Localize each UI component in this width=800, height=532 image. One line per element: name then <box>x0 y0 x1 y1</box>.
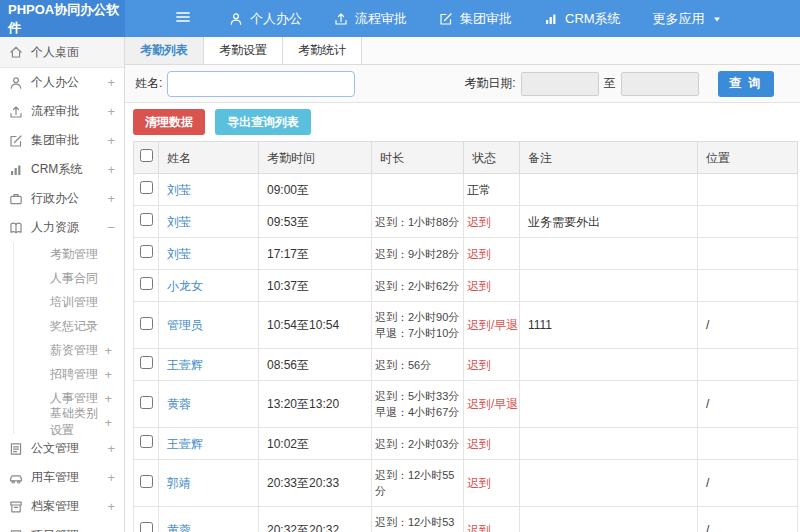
doc-icon <box>9 442 23 456</box>
table-row: 管理员 10:54至10:54 迟到：2小时90分 早退：7小时10分 迟到/早… <box>134 302 798 349</box>
expand-toggle-icon: + <box>107 75 115 90</box>
briefcase-icon <box>9 192 23 206</box>
status-cell: 迟到 <box>464 507 520 532</box>
clear-data-button[interactable]: 清理数据 <box>133 109 205 135</box>
sidebar-item[interactable]: 个人办公 + <box>0 68 124 97</box>
row-checkbox[interactable] <box>140 181 153 194</box>
employee-name-link[interactable]: 黄蓉 <box>167 397 191 411</box>
sidebar-item[interactable]: 行政办公 + <box>0 184 124 213</box>
sidebar-subitem[interactable]: 人事合同 <box>14 266 124 290</box>
chart-icon <box>544 12 558 26</box>
row-checkbox[interactable] <box>140 356 153 369</box>
sidebar-item[interactable]: 集团审批 + <box>0 126 124 155</box>
attendance-time-cell: 20:32至20:32 <box>259 507 372 532</box>
sidebar-subitem-label: 培训管理 <box>50 294 98 311</box>
sidebar-subitem[interactable]: 基础类别设置 + <box>14 410 124 434</box>
tab-bar: 考勤列表 考勤设置 考勤统计 <box>125 37 800 65</box>
sidebar-item[interactable]: 流程审批 + <box>0 97 124 126</box>
note-cell <box>520 381 698 428</box>
position-cell <box>698 270 798 302</box>
row-select-cell <box>134 507 159 532</box>
edit-icon <box>9 134 23 148</box>
top-nav-item[interactable]: 个人办公 <box>213 0 318 37</box>
row-checkbox[interactable] <box>140 435 153 448</box>
filter-bar: 姓名: 考勤日期: 至 查 询 <box>125 65 800 103</box>
employee-name-link[interactable]: 郭靖 <box>167 476 191 490</box>
employee-name-link[interactable]: 管理员 <box>167 318 203 332</box>
employee-name-link[interactable]: 王壹辉 <box>167 358 203 372</box>
position-cell: / <box>698 302 798 349</box>
duration-cell: 迟到：2小时03分 <box>372 428 464 460</box>
select-all-cell <box>134 142 159 174</box>
row-checkbox[interactable] <box>140 245 153 258</box>
sidebar-menu-bottom: 公文管理 + 用车管理 + 档案管理 + 项目管理 + <box>0 434 124 532</box>
employee-name-link[interactable]: 黄蓉 <box>167 523 191 532</box>
date-to-input[interactable] <box>621 72 699 96</box>
column-header: 位置 <box>698 142 798 174</box>
row-checkbox[interactable] <box>140 522 153 532</box>
expand-toggle-icon: + <box>107 191 115 206</box>
row-checkbox[interactable] <box>140 317 153 330</box>
top-nav-label: 流程审批 <box>355 10 407 28</box>
employee-name-link[interactable]: 刘莹 <box>167 183 191 197</box>
hamburger-icon <box>175 10 191 27</box>
sidebar-subitem[interactable]: 奖惩记录 <box>14 314 124 338</box>
status-cell: 正常 <box>464 174 520 206</box>
sidebar-subitem[interactable]: 薪资管理 + <box>14 338 124 362</box>
table-row: 刘莹 09:53至 迟到：1小时88分 迟到 业务需要外出 <box>134 206 798 238</box>
name-cell: 郭靖 <box>159 460 259 507</box>
top-nav-item[interactable]: CRM系统 <box>528 0 637 37</box>
tab[interactable]: 考勤统计 <box>283 37 362 64</box>
date-to-label: 至 <box>604 75 616 92</box>
note-cell: 业务需要外出 <box>520 206 698 238</box>
tab-label: 考勤统计 <box>298 43 346 57</box>
employee-name-link[interactable]: 王壹辉 <box>167 437 203 451</box>
row-checkbox[interactable] <box>140 475 153 488</box>
export-list-button[interactable]: 导出查询列表 <box>215 109 311 135</box>
sidebar-item[interactable]: 项目管理 + <box>0 521 124 532</box>
sidebar-subitem[interactable]: 招聘管理 + <box>14 362 124 386</box>
top-nav-item[interactable]: 更多应用 <box>637 0 738 37</box>
top-nav-item[interactable]: 流程审批 <box>318 0 423 37</box>
sidebar-subitem-label: 薪资管理 <box>50 342 98 359</box>
sidebar-item[interactable]: CRM系统 + <box>0 155 124 184</box>
sidebar-item[interactable]: 档案管理 + <box>0 492 124 521</box>
tab[interactable]: 考勤列表 <box>125 37 204 64</box>
row-select-cell <box>134 270 159 302</box>
row-checkbox[interactable] <box>140 213 153 226</box>
employee-name-link[interactable]: 小龙女 <box>167 279 203 293</box>
note-cell <box>520 349 698 381</box>
sidebar-subitem[interactable]: 培训管理 <box>14 290 124 314</box>
top-bar: PHPOA协同办公软件 个人办公 流程审批 集团审批 CRM系统 <box>0 0 800 37</box>
row-select-cell <box>134 460 159 507</box>
menu-toggle-button[interactable] <box>165 0 201 37</box>
table-row: 黄蓉 13:20至13:20 迟到：5小时33分 早退：4小时67分 迟到/早退… <box>134 381 798 428</box>
sidebar-item[interactable]: 人力资源 − <box>0 213 124 242</box>
send-icon <box>9 105 23 119</box>
name-filter-input[interactable] <box>167 71 355 97</box>
select-all-checkbox[interactable] <box>140 149 153 162</box>
chart-icon <box>9 163 23 177</box>
search-button[interactable]: 查 询 <box>718 71 774 97</box>
table-row: 刘莹 09:00至 正常 <box>134 174 798 206</box>
sidebar-item-label: CRM系统 <box>31 161 82 178</box>
date-from-input[interactable] <box>521 72 599 96</box>
row-checkbox[interactable] <box>140 277 153 290</box>
top-nav-item[interactable]: 集团审批 <box>423 0 528 37</box>
name-cell: 王壹辉 <box>159 428 259 460</box>
sidebar-subitem-label: 招聘管理 <box>50 366 98 383</box>
table-row: 刘莹 17:17至 迟到：9小时28分 迟到 <box>134 238 798 270</box>
column-header: 时长 <box>372 142 464 174</box>
row-checkbox[interactable] <box>140 396 153 409</box>
employee-name-link[interactable]: 刘莹 <box>167 247 191 261</box>
main-panel: 考勤列表 考勤设置 考勤统计 姓名: 考勤日期: 至 查 询 清理数据 导出查询… <box>125 37 800 532</box>
tab[interactable]: 考勤设置 <box>204 37 283 64</box>
sidebar-subitem[interactable]: 考勤管理 <box>14 242 124 266</box>
name-cell: 小龙女 <box>159 270 259 302</box>
sidebar-item-label: 行政办公 <box>31 190 79 207</box>
duration-cell: 迟到：1小时88分 <box>372 206 464 238</box>
sidebar-item[interactable]: 用车管理 + <box>0 463 124 492</box>
sidebar-item[interactable]: 个人桌面 <box>0 37 124 68</box>
hr-submenu: 考勤管理 人事合同 培训管理 奖惩记录 薪资管理 + 招聘管理 + 人事管理 + <box>13 242 124 434</box>
employee-name-link[interactable]: 刘莹 <box>167 215 191 229</box>
